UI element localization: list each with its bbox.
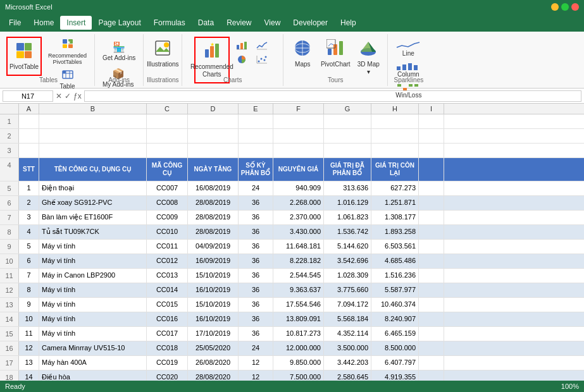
- cell[interactable]: 4.919.355: [371, 371, 419, 381]
- cell[interactable]: 10.817.273: [273, 327, 324, 341]
- cell[interactable]: 9.850.000: [273, 356, 324, 370]
- cell[interactable]: 04/09/2019: [188, 240, 239, 254]
- cell[interactable]: 627.273: [371, 181, 419, 195]
- cell[interactable]: [273, 144, 324, 157]
- cell[interactable]: 36: [239, 269, 273, 283]
- menu-item-insert[interactable]: Insert: [60, 16, 92, 30]
- cell[interactable]: CC013: [147, 269, 188, 283]
- cell[interactable]: [324, 129, 371, 143]
- cell[interactable]: 9.363.637: [273, 283, 324, 297]
- cell[interactable]: 3.430.000: [273, 225, 324, 239]
- cell[interactable]: 28/08/2019: [188, 196, 239, 210]
- cell[interactable]: [19, 144, 39, 157]
- cell[interactable]: 4.352.114: [324, 327, 371, 341]
- cell[interactable]: CC009: [147, 211, 188, 224]
- cell[interactable]: 7: [19, 269, 39, 283]
- cell[interactable]: CC008: [147, 196, 188, 210]
- cell[interactable]: Điện thoại: [39, 181, 147, 195]
- bar-chart-button[interactable]: [232, 39, 251, 52]
- menu-item-home[interactable]: Home: [27, 16, 60, 30]
- menu-item-developer[interactable]: Developer: [287, 16, 334, 30]
- cell[interactable]: 7.094.172: [324, 298, 371, 312]
- cell[interactable]: 16/10/2019: [188, 283, 239, 297]
- cell[interactable]: 5: [19, 240, 39, 254]
- cell[interactable]: Máy vi tính: [39, 327, 147, 341]
- cell[interactable]: [419, 327, 444, 341]
- cell[interactable]: CC007: [147, 181, 188, 195]
- cell[interactable]: CC014: [147, 283, 188, 297]
- cell[interactable]: 2.544.545: [273, 269, 324, 283]
- cell[interactable]: 1.016.129: [324, 196, 371, 210]
- cell[interactable]: Ghế xoay SG912-PVC: [39, 196, 147, 210]
- cell[interactable]: Máy vi tính: [39, 240, 147, 254]
- cell[interactable]: 26/08/2020: [188, 356, 239, 370]
- cell[interactable]: 15/10/2019: [188, 298, 239, 312]
- cell[interactable]: 12: [19, 341, 39, 355]
- cell[interactable]: [324, 114, 371, 128]
- cell[interactable]: 24: [239, 341, 273, 355]
- cell[interactable]: 17/10/2019: [188, 327, 239, 341]
- cell[interactable]: 16/08/2019: [188, 181, 239, 195]
- cell[interactable]: 13.809.091: [273, 312, 324, 326]
- cell[interactable]: [273, 129, 324, 143]
- cell[interactable]: 36: [239, 211, 273, 224]
- cell[interactable]: 3.500.000: [324, 341, 371, 355]
- cell[interactable]: [239, 114, 273, 128]
- cell[interactable]: CC017: [147, 327, 188, 341]
- cell[interactable]: [39, 114, 147, 128]
- cell[interactable]: [324, 144, 371, 157]
- cell[interactable]: 6.503.561: [371, 240, 419, 254]
- cell[interactable]: 1.516.236: [371, 269, 419, 283]
- cell[interactable]: Máy vi tính: [39, 312, 147, 326]
- cell[interactable]: Máy vi tính: [39, 254, 147, 268]
- close-button[interactable]: [571, 3, 579, 11]
- col-header-i[interactable]: I: [419, 104, 444, 114]
- cell[interactable]: 1.536.742: [324, 225, 371, 239]
- cell[interactable]: 3: [19, 211, 39, 224]
- cell[interactable]: 2.268.000: [273, 196, 324, 210]
- cell[interactable]: [419, 211, 444, 224]
- cell[interactable]: 3.442.203: [324, 356, 371, 370]
- maps-button[interactable]: Maps: [287, 37, 318, 71]
- cell[interactable]: [188, 144, 239, 157]
- cell[interactable]: [39, 129, 147, 143]
- cell[interactable]: Bàn làm việc ET1600F: [39, 211, 147, 224]
- cell[interactable]: 8.500.000: [371, 341, 419, 355]
- header-cell-remaining[interactable]: GIÁ TRỊ CÒN LẠI: [371, 158, 419, 181]
- cell[interactable]: 9: [19, 298, 39, 312]
- cell[interactable]: [419, 283, 444, 297]
- cell[interactable]: [147, 114, 188, 128]
- cell[interactable]: 24: [239, 181, 273, 195]
- recommended-pivot-button[interactable]: ★ RecommendedPivotTables: [44, 37, 90, 67]
- cell[interactable]: Camera Minrray UV515-10: [39, 341, 147, 355]
- cell[interactable]: [419, 356, 444, 370]
- cell[interactable]: [419, 298, 444, 312]
- col-header-b[interactable]: B: [39, 104, 147, 114]
- cell[interactable]: 36: [239, 298, 273, 312]
- cell[interactable]: 36: [239, 240, 273, 254]
- cell[interactable]: [419, 371, 444, 381]
- cell[interactable]: 6: [19, 254, 39, 268]
- cell[interactable]: 36: [239, 312, 273, 326]
- cell[interactable]: 12: [239, 371, 273, 381]
- cell[interactable]: 17.554.546: [273, 298, 324, 312]
- cell[interactable]: 13: [19, 356, 39, 370]
- cell[interactable]: CC015: [147, 298, 188, 312]
- cell[interactable]: 11.648.181: [273, 240, 324, 254]
- cell[interactable]: Máy vi tính: [39, 283, 147, 297]
- cell[interactable]: 14: [19, 371, 39, 381]
- menu-item-data[interactable]: Data: [192, 16, 220, 30]
- cell[interactable]: [419, 312, 444, 326]
- cell[interactable]: 12: [239, 356, 273, 370]
- cell[interactable]: 28/08/2020: [188, 371, 239, 381]
- cell[interactable]: 12.000.000: [273, 341, 324, 355]
- cell[interactable]: 2.370.000: [273, 211, 324, 224]
- cell[interactable]: 15/10/2019: [188, 269, 239, 283]
- cell[interactable]: 36: [239, 254, 273, 268]
- cell[interactable]: [273, 114, 324, 128]
- formula-input[interactable]: [84, 90, 581, 102]
- formula-enter-icon[interactable]: ✓: [65, 92, 71, 101]
- cell[interactable]: 36: [239, 327, 273, 341]
- cell[interactable]: [419, 114, 444, 128]
- col-header-e[interactable]: E: [239, 104, 273, 114]
